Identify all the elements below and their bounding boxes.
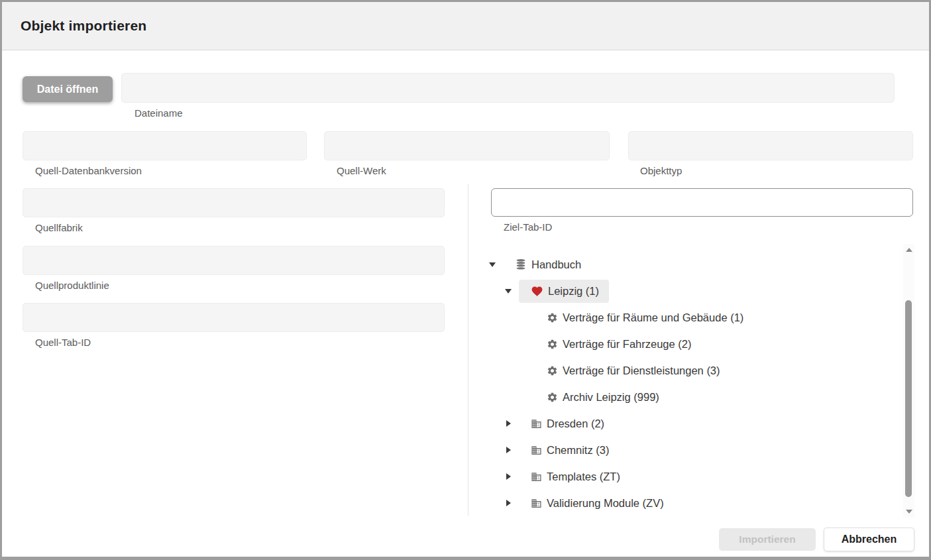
arrow-spacer bbox=[519, 392, 529, 402]
open-file-button[interactable]: Datei öffnen bbox=[23, 76, 113, 102]
filename-label: Dateiname bbox=[135, 107, 183, 119]
building-icon bbox=[531, 471, 542, 482]
tree-item-content[interactable]: Chemnitz (3) bbox=[519, 439, 619, 462]
tree-item[interactable]: Handbuch bbox=[468, 251, 903, 278]
objekttyp-input bbox=[628, 131, 913, 160]
tree-item-label: Validierung Module (ZV) bbox=[547, 497, 664, 510]
gear-icon bbox=[547, 339, 558, 350]
expand-arrow-icon[interactable] bbox=[503, 445, 514, 455]
filename-input bbox=[121, 73, 895, 103]
tree-item-content[interactable]: Verträge für Fahrzeuge (2) bbox=[535, 333, 701, 356]
tree-item[interactable]: Templates (ZT) bbox=[468, 463, 903, 490]
tree-item[interactable]: Archiv Leipzig (999) bbox=[468, 384, 903, 410]
cancel-button[interactable]: Abbrechen bbox=[824, 528, 914, 551]
tree-item[interactable]: Dresden (2) bbox=[468, 410, 903, 437]
arrow-spacer bbox=[519, 365, 529, 376]
tree-item[interactable]: Leipzig (1) bbox=[468, 278, 903, 304]
tree-item-label: Handbuch bbox=[531, 258, 581, 271]
tree-item-label: Leipzig (1) bbox=[548, 285, 599, 298]
tree-item-selected[interactable]: Leipzig (1) bbox=[519, 280, 609, 303]
quell-werk-label: Quell-Werk bbox=[337, 165, 386, 176]
quell-datenbankversion-label: Quell-Datenbankversion bbox=[35, 165, 142, 176]
gear-icon bbox=[547, 365, 558, 376]
quellfabrik-input bbox=[23, 188, 445, 217]
tree-item-label: Verträge für Räume und Gebäude (1) bbox=[563, 311, 743, 324]
dialog-header: Objekt importieren bbox=[2, 2, 929, 50]
tree-item-content[interactable]: Templates (ZT) bbox=[519, 465, 630, 488]
tree-item-label: Dresden (2) bbox=[547, 418, 604, 430]
import-dialog: Objekt importieren Datei öffnen Dateinam… bbox=[0, 0, 931, 560]
quellproduktlinie-input bbox=[23, 246, 445, 275]
quell-datenbankversion-input bbox=[23, 131, 307, 160]
tree-item[interactable]: Verträge für Räume und Gebäude (1) bbox=[468, 304, 903, 331]
quellfabrik-label: Quellfabrik bbox=[35, 222, 83, 233]
tree-item-label: Verträge für Fahrzeuge (2) bbox=[563, 338, 691, 351]
scroll-up-arrow[interactable] bbox=[903, 245, 914, 254]
tree-item-label: Chemnitz (3) bbox=[547, 444, 609, 457]
arrow-spacer bbox=[519, 312, 529, 323]
tree-item[interactable]: Verträge für Fahrzeuge (2) bbox=[468, 331, 903, 357]
tree-item-label: Templates (ZT) bbox=[547, 471, 620, 483]
building-icon bbox=[531, 418, 542, 429]
arrow-spacer bbox=[519, 339, 529, 349]
collapse-arrow-icon[interactable] bbox=[487, 259, 498, 270]
database-icon bbox=[515, 258, 527, 270]
triangle-up-icon bbox=[906, 248, 912, 252]
tree-item[interactable]: Verträge für Dienstleistungen (3) bbox=[468, 357, 903, 384]
ziel-tab-id-label: Ziel-Tab-ID bbox=[504, 221, 552, 233]
target-tree: HandbuchLeipzig (1)Verträge für Räume un… bbox=[468, 251, 903, 518]
tree-item-label: Verträge für Dienstleistungen (3) bbox=[563, 364, 720, 377]
tree-item-content[interactable]: Verträge für Dienstleistungen (3) bbox=[535, 359, 730, 382]
expand-arrow-icon[interactable] bbox=[503, 471, 514, 482]
quellproduktlinie-label: Quellproduktlinie bbox=[35, 280, 109, 291]
building-icon bbox=[531, 498, 542, 509]
quell-werk-input bbox=[324, 131, 610, 160]
expand-arrow-icon[interactable] bbox=[503, 418, 514, 429]
expand-arrow-icon[interactable] bbox=[503, 498, 514, 508]
collapse-arrow-icon[interactable] bbox=[503, 286, 514, 296]
scrollbar-thumb[interactable] bbox=[905, 300, 912, 497]
page-title: Objekt importieren bbox=[21, 18, 146, 34]
tree-item[interactable]: Validierung Module (ZV) bbox=[468, 490, 903, 516]
tree-item-label: Archiv Leipzig (999) bbox=[563, 391, 659, 404]
tree-item[interactable]: Chemnitz (3) bbox=[468, 437, 903, 463]
tree-item-content[interactable]: Verträge für Räume und Gebäude (1) bbox=[535, 306, 753, 329]
tree-item-content[interactable]: Dresden (2) bbox=[519, 412, 614, 435]
tree-item-content[interactable]: Handbuch bbox=[503, 253, 591, 276]
building-icon bbox=[531, 445, 542, 456]
scroll-down-arrow[interactable] bbox=[903, 507, 914, 516]
quell-tab-id-label: Quell-Tab-ID bbox=[35, 337, 91, 348]
triangle-down-icon bbox=[906, 510, 912, 514]
ziel-tab-id-input[interactable] bbox=[491, 188, 913, 217]
import-button[interactable]: Importieren bbox=[719, 528, 816, 551]
tree-item-content[interactable]: Archiv Leipzig (999) bbox=[535, 386, 669, 409]
tree-scrollbar[interactable] bbox=[903, 244, 914, 518]
gear-icon bbox=[547, 312, 558, 323]
objekttyp-label: Objekttyp bbox=[640, 165, 682, 176]
heart-icon bbox=[531, 285, 543, 298]
tree-item-content[interactable]: Validierung Module (ZV) bbox=[519, 492, 674, 515]
quell-tab-id-input bbox=[23, 303, 445, 332]
gear-icon bbox=[547, 392, 558, 403]
